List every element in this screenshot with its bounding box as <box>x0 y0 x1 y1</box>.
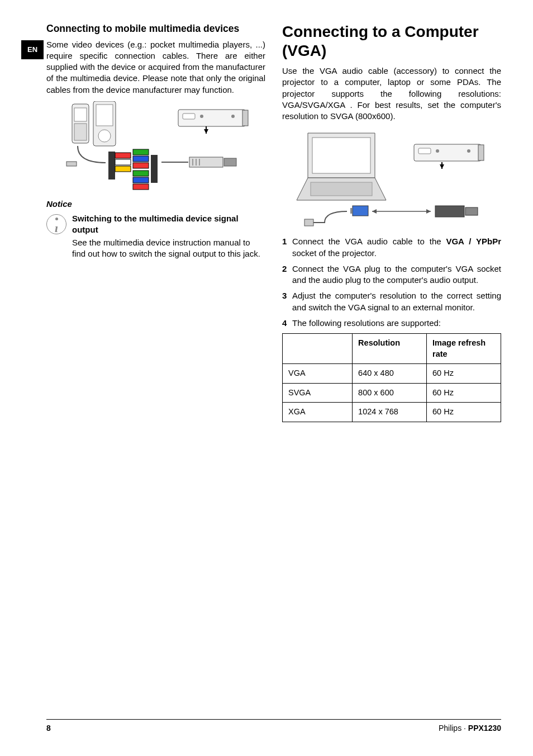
svg-point-8 <box>200 115 203 118</box>
th-resolution: Resolution <box>353 334 427 364</box>
notice-block: ı Switching to the multimedia device sig… <box>46 213 265 259</box>
svg-rect-14 <box>115 153 131 158</box>
svg-rect-34 <box>418 148 431 154</box>
svg-point-5 <box>98 130 111 142</box>
footer-model: Philips · PPX1230 <box>439 723 501 734</box>
language-tab: EN <box>21 40 44 59</box>
table-header-row: Resolution Image refresh rate <box>283 334 501 364</box>
left-intro: Some video devices (e.g.: pocket multime… <box>46 39 265 96</box>
svg-rect-2 <box>74 124 87 140</box>
notice-body: See the multimedia device instruction ma… <box>72 237 265 260</box>
svg-rect-17 <box>133 149 149 155</box>
table-row: SVGA 800 x 600 60 Hz <box>283 383 501 403</box>
page-body: Connecting to mobile multimedia devices … <box>46 22 501 422</box>
svg-rect-41 <box>350 208 353 214</box>
step-3: Adjust the computer's resolution to the … <box>282 290 501 313</box>
svg-rect-29 <box>224 158 236 166</box>
svg-rect-1 <box>74 108 87 121</box>
figure-vga-connection <box>282 127 501 228</box>
svg-marker-44 <box>426 209 431 214</box>
left-heading: Connecting to mobile multimedia devices <box>46 22 265 36</box>
th-blank <box>283 334 353 364</box>
right-heading: Connecting to a Computer (VGA) <box>282 22 501 60</box>
svg-rect-22 <box>133 184 149 190</box>
svg-rect-15 <box>115 159 131 165</box>
svg-rect-18 <box>133 156 149 162</box>
page-number: 8 <box>46 723 51 734</box>
svg-rect-40 <box>353 206 368 216</box>
right-column: Connecting to a Computer (VGA) Use the V… <box>282 22 501 422</box>
svg-rect-13 <box>108 152 115 179</box>
svg-rect-46 <box>435 206 464 217</box>
resolution-table: Resolution Image refresh rate VGA 640 x … <box>282 333 501 422</box>
step-2: Connect the VGA plug to the computer's V… <box>282 263 501 286</box>
svg-marker-45 <box>372 209 377 214</box>
svg-point-9 <box>231 115 235 118</box>
notice-text: Switching to the multimedia device signa… <box>72 213 265 259</box>
svg-rect-7 <box>183 114 195 119</box>
left-column: Connecting to mobile multimedia devices … <box>46 22 265 422</box>
svg-rect-23 <box>151 155 158 183</box>
notice-label: Notice <box>46 199 265 210</box>
svg-rect-16 <box>115 166 131 172</box>
svg-rect-4 <box>96 105 113 126</box>
th-refresh: Image refresh rate <box>427 334 501 364</box>
svg-rect-47 <box>465 207 478 215</box>
svg-rect-31 <box>312 138 370 173</box>
svg-rect-10 <box>242 110 248 126</box>
steps-list: Connect the VGA audio cable to the VGA /… <box>282 236 501 329</box>
svg-rect-32 <box>311 182 372 196</box>
step-4: The following resolutions are supported: <box>282 318 501 329</box>
notice-title: Switching to the multimedia device signa… <box>72 213 265 236</box>
page-footer: 8 Philips · PPX1230 <box>46 719 501 734</box>
svg-rect-24 <box>66 162 77 166</box>
svg-rect-37 <box>478 145 484 160</box>
right-intro: Use the VGA audio cable (accessory) to c… <box>282 65 501 122</box>
svg-rect-21 <box>133 177 149 183</box>
svg-point-36 <box>467 149 470 153</box>
step-1: Connect the VGA audio cable to the VGA /… <box>282 236 501 259</box>
svg-rect-19 <box>133 163 149 168</box>
table-row: XGA 1024 x 768 60 Hz <box>283 403 501 422</box>
figure-mobile-connection <box>46 101 265 191</box>
svg-rect-42 <box>304 219 313 226</box>
svg-rect-25 <box>189 157 223 167</box>
svg-rect-20 <box>133 171 149 176</box>
svg-point-35 <box>436 149 439 153</box>
info-icon: ı <box>46 214 66 234</box>
table-row: VGA 640 x 480 60 Hz <box>283 364 501 384</box>
